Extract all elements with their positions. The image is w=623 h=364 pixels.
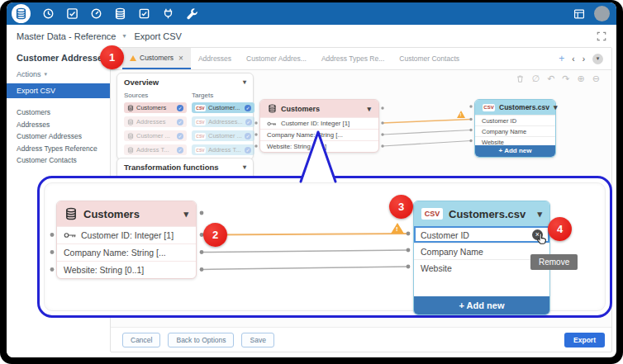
sidebar-item-customer-addresses[interactable]: Customer Addresses	[7, 130, 110, 143]
zoom-callout: Customers ▾ Customer ID: Integer [1] Com…	[37, 176, 612, 318]
source-node-customers[interactable]: Customers ▾ Customer ID: Integer [1] Com…	[259, 99, 379, 153]
clock-icon[interactable]	[42, 7, 55, 20]
redo-icon[interactable]: ↷	[562, 74, 569, 83]
source-chip-customer-addresses[interactable]: Customer ... ✓	[124, 130, 187, 141]
plug-icon[interactable]	[162, 7, 174, 20]
breadcrumb-workspace[interactable]: Master Data - Reference	[17, 31, 116, 41]
gauge-icon[interactable]	[90, 7, 102, 20]
field-company-name[interactable]: Company Name	[475, 125, 555, 136]
zoom-in-icon[interactable]: ⊕	[578, 74, 585, 83]
actions-dropdown[interactable]: Actions ▾	[17, 70, 110, 78]
add-new-field-button[interactable]: + Add new	[414, 296, 549, 314]
export-button[interactable]: Export	[564, 333, 605, 347]
database-icon-active[interactable]	[12, 4, 31, 23]
field-customer-id[interactable]: Customer ID: Integer [1]	[57, 226, 196, 243]
key-icon	[267, 121, 277, 126]
target-node-header[interactable]: CSV Customers.csv ▾	[414, 201, 549, 226]
field-customer-id-selected[interactable]: Customer ID ×	[414, 226, 549, 243]
sidebar-item-address-types-reference[interactable]: Address Types Reference	[7, 143, 110, 155]
chevron-down-icon[interactable]: ▾	[554, 103, 558, 111]
target-chip-customer-addresses-csv[interactable]: CSV Customer ... ✓	[192, 130, 254, 141]
tab-controls: + ‹ › ▾	[559, 48, 611, 69]
trash-icon[interactable]	[516, 74, 525, 83]
scroll-tabs-left-button[interactable]: ‹	[572, 54, 574, 64]
tab-address-types-reference[interactable]: Address Types Re...	[314, 48, 392, 69]
overview-panel: Overview ▾ Sources Targets Customers ✓ C…	[117, 73, 254, 160]
key-icon	[64, 232, 77, 239]
save-button[interactable]: Save	[241, 333, 273, 347]
overview-header[interactable]: Overview ▾	[124, 78, 246, 87]
annotation-badge-2: 2	[203, 223, 227, 247]
sidebar-list: Customers Addresses Customer Addresses A…	[7, 106, 110, 167]
field-website[interactable]: Website: String [0..1]	[260, 140, 378, 152]
functions-header[interactable]: Transformation functions ▾	[124, 163, 246, 172]
avatar[interactable]	[594, 6, 610, 21]
zoom-out-icon[interactable]: ⊖	[592, 74, 600, 83]
check-icon: ✓	[177, 105, 183, 111]
field-customer-id[interactable]: Customer ID	[475, 115, 555, 125]
annotation-badge-4: 4	[548, 217, 572, 241]
cancel-button[interactable]: Cancel	[122, 333, 160, 347]
actions-label: Actions	[17, 70, 41, 78]
field-customer-id[interactable]: Customer ID: Integer [1]	[260, 117, 378, 129]
field-company-name[interactable]: Company Name: String [...	[260, 129, 378, 140]
target-chip-customers-csv[interactable]: CSV Customer... ✓	[192, 102, 254, 113]
chip-label: Customer ...	[208, 132, 242, 139]
collapse-icon[interactable]: ▾	[243, 163, 246, 171]
tab-label: Addresses	[198, 54, 231, 63]
fullscreen-icon[interactable]	[597, 31, 606, 41]
target-chip-addresses-csv[interactable]: CSV Addresses... ✓	[192, 116, 254, 127]
chevron-down-icon[interactable]: ▾	[367, 105, 371, 113]
field-company-name[interactable]: Company Name	[414, 243, 549, 259]
warning-icon	[130, 55, 136, 61]
source-node-header[interactable]: Customers ▾	[260, 100, 378, 117]
close-icon[interactable]: ×	[178, 54, 183, 63]
chip-label: Address T...	[208, 146, 240, 154]
target-node-header[interactable]: CSV Customers.csv ▾	[475, 100, 555, 115]
field-company-name[interactable]: Company Name: String [...	[57, 243, 196, 261]
tab-addresses[interactable]: Addresses	[191, 48, 239, 69]
data-icon[interactable]	[114, 7, 126, 20]
tab-customer-contacts[interactable]: Customer Contacts	[392, 48, 467, 69]
disconnect-icon[interactable]: ∅	[532, 74, 540, 83]
sidebar-item-addresses[interactable]: Addresses	[7, 119, 110, 131]
source-chip-customers[interactable]: Customers ✓	[124, 102, 187, 113]
sidebar-item-export-csv-selected[interactable]: Export CSV	[7, 83, 110, 98]
canvas-toolbar: ∅ ↶ ↷ ⊕ ⊖	[516, 74, 600, 83]
wrench-icon[interactable]	[186, 7, 198, 20]
chevron-down-icon[interactable]: ▾	[183, 209, 188, 220]
add-tab-button[interactable]: +	[559, 53, 564, 64]
sidebar-item-customers[interactable]: Customers	[7, 106, 110, 119]
field-website[interactable]: Website	[414, 259, 549, 276]
chevron-down-icon[interactable]: ▾	[537, 209, 542, 220]
source-chip-addresses[interactable]: Addresses ✓	[124, 116, 187, 127]
table-icon[interactable]	[573, 8, 585, 20]
back-to-options-button[interactable]: Back to Options	[168, 333, 234, 347]
chevron-down-icon: ▾	[45, 71, 48, 78]
undo-icon[interactable]: ↶	[547, 74, 554, 83]
chevron-down-icon[interactable]: ▾	[122, 32, 126, 40]
target-chip-address-types-csv[interactable]: CSV Address T... ✓	[192, 144, 254, 155]
toolbar-icon-group	[7, 4, 198, 23]
checklist-icon[interactable]	[138, 7, 150, 20]
source-node-header[interactable]: Customers ▾	[57, 201, 196, 226]
source-node-title: Customers	[83, 208, 140, 220]
tab-customers[interactable]: Customers ×	[122, 48, 191, 69]
annotation-badge-3: 3	[389, 195, 413, 219]
add-new-field-button[interactable]: + Add new	[475, 145, 555, 157]
tab-label: Customers	[140, 54, 174, 62]
target-node-customers-csv[interactable]: CSV Customers.csv ▾ Customer ID Company …	[474, 99, 556, 158]
tasks-icon[interactable]	[66, 7, 78, 20]
targets-label: Targets	[192, 92, 254, 99]
collapse-icon[interactable]: ▾	[243, 78, 246, 86]
sidebar-item-customer-contacts[interactable]: Customer Contacts	[7, 154, 110, 167]
source-chip-address-types[interactable]: Address T... ✓	[124, 144, 187, 155]
sources-label: Sources	[124, 92, 187, 99]
database-icon	[268, 104, 277, 113]
source-node-customers-zoomed[interactable]: Customers ▾ Customer ID: Integer [1] Com…	[56, 201, 197, 279]
check-icon: ✓	[245, 147, 251, 154]
scroll-tabs-right-button[interactable]: ›	[583, 54, 585, 64]
tab-customer-addresses[interactable]: Customer Addres...	[239, 48, 314, 69]
tab-list-menu-button[interactable]: ▾	[592, 54, 603, 64]
field-website[interactable]: Website: String [0..1]	[57, 261, 196, 278]
